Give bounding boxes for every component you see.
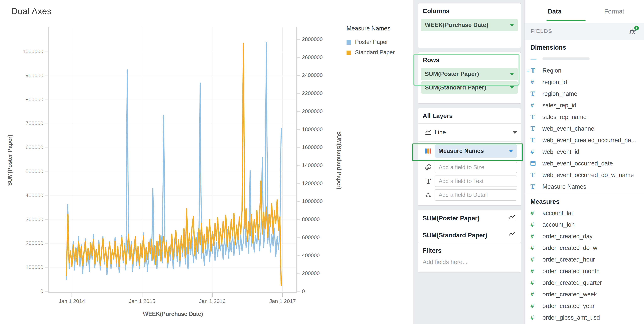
- pill-label: WEEK(Purchase Date): [425, 22, 510, 28]
- chart-region: Dual Axes 010000020000030000040000050000…: [0, 0, 414, 324]
- bottom-axis-band: [48, 292, 297, 293]
- detail-field-input[interactable]: Add a field to Detail: [434, 189, 517, 201]
- tab-data[interactable]: Data: [525, 8, 584, 15]
- legend-swatch: [346, 40, 351, 44]
- chevron-down-icon[interactable]: [510, 86, 514, 89]
- right-tick-label: 2600000: [302, 54, 323, 60]
- pill-label: SUM(Standard Paper): [425, 84, 510, 91]
- add-calculated-field-button[interactable]: fx+: [629, 27, 638, 35]
- field-row-region-id[interactable]: #region_id: [525, 76, 644, 88]
- y-left-axis-title: SUM(Poster Paper): [7, 129, 13, 192]
- field-row-order-created-year[interactable]: #order_created_year: [525, 300, 644, 312]
- field-row-partial[interactable]: —: [525, 53, 644, 65]
- legend-item[interactable]: Poster Paper: [346, 39, 395, 45]
- text-type-icon: T: [530, 172, 535, 178]
- field-row-region-name[interactable]: Tregion_name: [525, 88, 644, 100]
- rows-pill-sum-poster-paper[interactable]: SUM(Poster Paper): [421, 68, 518, 80]
- columns-pill-week-purchase-date[interactable]: WEEK(Purchase Date): [421, 19, 518, 31]
- right-tick-label: 2200000: [302, 90, 323, 96]
- text-placeholder: Add a field to Text: [439, 178, 484, 184]
- size-field-input[interactable]: Add a field to Size: [434, 162, 517, 173]
- field-row-order-created-hour[interactable]: #order_created_hour: [525, 254, 644, 265]
- tab-format[interactable]: Format: [584, 8, 644, 15]
- text-icon: T: [422, 177, 434, 185]
- line-chart-icon: [508, 215, 516, 222]
- text-field-input[interactable]: Add a field to Text: [434, 175, 517, 187]
- right-tick-label: 2800000: [302, 36, 323, 42]
- field-row-order-gloss-amt-usd[interactable]: #order_gloss_amt_usd: [525, 312, 644, 323]
- text-type-icon: T: [530, 91, 535, 97]
- right-tick-label: 1400000: [302, 162, 323, 168]
- active-tab-underline: [546, 20, 586, 21]
- left-axis-band: [48, 27, 49, 293]
- field-row-web-event-created-occurred-na-[interactable]: Tweb_event_created_occurred_na...: [525, 134, 644, 146]
- mark-type-dropdown[interactable]: Line: [418, 124, 521, 141]
- chevron-down-icon[interactable]: [510, 73, 514, 75]
- field-row-region[interactable]: =TRegion: [525, 65, 644, 76]
- number-type-icon: #: [530, 222, 534, 228]
- field-row-account-lat[interactable]: #account_lat: [525, 207, 644, 219]
- number-type-icon: #: [530, 102, 534, 108]
- field-row-sales-rep-name[interactable]: Tsales_rep_name: [525, 111, 644, 123]
- rows-pill-sum-standard-paper[interactable]: SUM(Standard Paper): [421, 81, 518, 94]
- left-tick-label: 800000: [26, 96, 44, 102]
- rows-shelf: Rows SUM(Poster Paper) SUM(Standard Pape…: [418, 52, 521, 104]
- layer-row-sum-poster-paper[interactable]: SUM(Poster Paper): [418, 210, 521, 227]
- number-type-icon: #: [530, 233, 534, 239]
- text-type-icon: T: [530, 137, 535, 143]
- number-type-icon: #: [530, 149, 534, 155]
- field-label: sales_rep_name: [542, 114, 586, 120]
- field-row-order-created-week[interactable]: #order_created_week: [525, 289, 644, 300]
- right-tick-label: 400000: [302, 252, 320, 258]
- filters-placeholder[interactable]: Add fields here...: [422, 259, 468, 265]
- field-row-account-lon[interactable]: #account_lon: [525, 219, 644, 230]
- field-label: web_event_occurred_do_w_name: [542, 171, 634, 178]
- field-row-measure-names[interactable]: TMeasure Names: [525, 181, 644, 192]
- field-row-order-created-quarter[interactable]: #order_created_quarter: [525, 277, 644, 289]
- partial-field-text: [542, 57, 590, 60]
- field-label: sales_rep_id: [542, 102, 576, 109]
- x-tick-label: Jan 1 2016: [199, 298, 226, 304]
- chevron-down-icon[interactable]: [509, 150, 513, 152]
- dimensions-header: Dimensions: [525, 40, 644, 53]
- right-tick-label: 1600000: [302, 144, 323, 150]
- field-row-web-event-id[interactable]: #web_event_id: [525, 146, 644, 158]
- field-row-sales-rep-id[interactable]: #sales_rep_id: [525, 100, 644, 111]
- left-tick-label: 400000: [26, 192, 44, 198]
- color-pill-measure-names[interactable]: Measure Names: [434, 145, 517, 158]
- chevron-down-icon[interactable]: [510, 24, 514, 26]
- pill-label: Measure Names: [438, 148, 509, 155]
- right-axis-band: [296, 27, 297, 293]
- text-shelf-row: T Add a field to Text: [418, 174, 521, 188]
- right-tick-label: 2400000: [302, 72, 323, 78]
- text-type-icon: T: [530, 114, 535, 120]
- field-label: order_created_week: [542, 291, 597, 298]
- field-row-web-event-occurred-date[interactable]: web_event_occurred_date: [525, 158, 644, 169]
- chevron-down-icon[interactable]: [512, 131, 517, 134]
- columns-shelf: Columns WEEK(Purchase Date): [418, 3, 521, 48]
- field-row-order-created-do-w[interactable]: #order_created_do_w: [525, 242, 644, 254]
- field-label: web_event_occurred_date: [542, 160, 613, 167]
- field-row-order-created-month[interactable]: #order_created_month: [525, 265, 644, 277]
- field-row-order-created-day[interactable]: #order_created_day: [525, 230, 644, 242]
- number-type-icon: #: [530, 280, 534, 286]
- all-layers-card: All Layers Line Measure Names: [418, 108, 521, 206]
- equals-icon: =: [527, 68, 530, 73]
- left-tick-label: 600000: [26, 144, 44, 150]
- left-tick-label: 0: [40, 288, 44, 294]
- layer-row-sum-standard-paper[interactable]: SUM(Standard Paper): [418, 227, 521, 244]
- field-row-web-event-channel[interactable]: Tweb_event_channel: [525, 123, 644, 134]
- field-label: account_lon: [542, 221, 575, 228]
- number-type-icon: #: [530, 79, 534, 85]
- field-label: order_created_month: [542, 268, 600, 275]
- right-tick-label: 2000000: [302, 108, 323, 114]
- fields-label: FIELDS: [530, 28, 629, 34]
- field-label: web_event_channel: [542, 125, 596, 132]
- field-label: region_name: [542, 90, 577, 97]
- field-label: order_created_do_w: [542, 244, 597, 251]
- legend-item[interactable]: Standard Paper: [346, 49, 395, 56]
- columns-header: Columns: [418, 3, 521, 15]
- number-type-icon: #: [530, 210, 534, 216]
- field-row-web-event-occurred-do-w-name[interactable]: Tweb_event_occurred_do_w_name: [525, 169, 644, 181]
- right-tick-label: 200000: [302, 270, 320, 276]
